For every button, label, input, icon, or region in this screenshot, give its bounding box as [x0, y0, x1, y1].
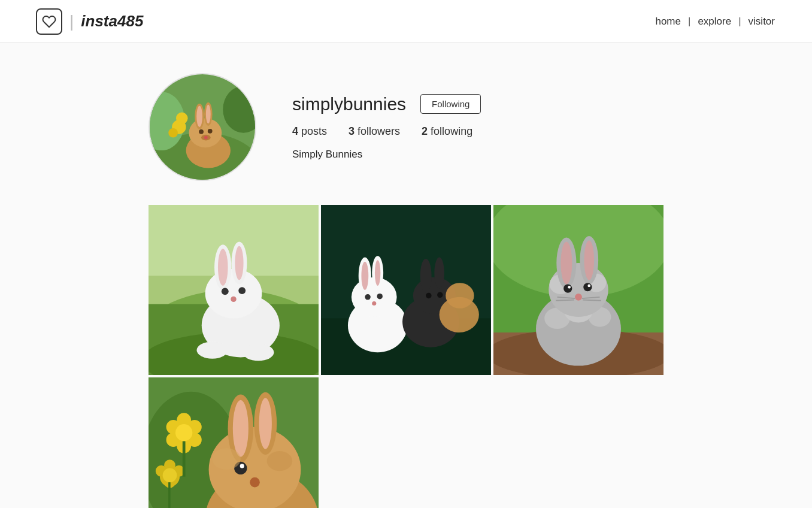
svg-point-73 [575, 294, 582, 301]
svg-point-71 [583, 283, 592, 291]
svg-point-28 [235, 246, 243, 280]
site-header: | insta485 home | explore | visitor [0, 0, 812, 43]
svg-point-11 [196, 106, 202, 127]
avatar [149, 73, 256, 181]
svg-point-106 [267, 451, 293, 471]
posts-grid [137, 205, 675, 508]
svg-point-101 [259, 398, 272, 449]
svg-point-30 [238, 287, 246, 294]
followers-count: 3 [349, 125, 355, 138]
following-count: 2 [422, 125, 428, 138]
svg-point-105 [213, 448, 241, 470]
svg-point-26 [218, 249, 228, 286]
bio: Simply Bunnies [292, 149, 481, 161]
username: simplybunnies [292, 94, 406, 114]
following-button[interactable]: Following [420, 94, 481, 114]
svg-point-72 [587, 285, 590, 288]
profile-info: simplybunnies Following 4 posts 3 follow… [292, 94, 481, 161]
svg-rect-95 [168, 482, 171, 508]
svg-point-99 [233, 400, 249, 457]
post-item[interactable] [149, 377, 319, 508]
svg-point-70 [568, 286, 571, 289]
nav-links: home | explore | visitor [654, 16, 776, 28]
profile-section: simplybunnies Following 4 posts 3 follow… [137, 73, 675, 181]
followers-label: followers [357, 125, 400, 138]
svg-point-31 [231, 297, 236, 302]
svg-point-42 [375, 260, 380, 286]
nav-visitor[interactable]: visitor [747, 16, 776, 28]
svg-point-66 [560, 242, 572, 285]
svg-point-51 [437, 292, 443, 298]
post-item[interactable] [149, 205, 319, 375]
logo-area: | insta485 [36, 8, 143, 35]
svg-point-13 [206, 105, 211, 123]
nav-explore[interactable]: explore [696, 16, 732, 28]
username-row: simplybunnies Following [292, 94, 481, 114]
logo-text: insta485 [81, 12, 143, 31]
svg-point-49 [434, 258, 444, 289]
posts-count: 4 [292, 125, 298, 138]
svg-point-53 [446, 283, 474, 309]
svg-point-40 [361, 262, 368, 290]
svg-point-93 [163, 468, 177, 482]
nav-sep-1: | [688, 16, 690, 28]
nav-sep-2: | [738, 16, 741, 28]
followers-stat: 3 followers [349, 125, 400, 138]
svg-point-87 [175, 424, 192, 441]
svg-line-77 [583, 300, 601, 301]
nav-home[interactable]: home [654, 16, 682, 28]
svg-point-68 [584, 240, 594, 280]
svg-point-103 [240, 464, 244, 468]
svg-point-43 [365, 294, 370, 300]
following-stat: 2 following [422, 125, 472, 138]
svg-point-69 [563, 285, 572, 293]
svg-point-17 [204, 136, 208, 140]
following-label: following [431, 125, 472, 138]
svg-point-33 [243, 344, 274, 361]
svg-point-104 [250, 477, 260, 488]
svg-point-32 [196, 341, 228, 358]
svg-point-6 [176, 113, 188, 125]
svg-point-14 [199, 129, 204, 134]
svg-point-29 [222, 288, 229, 295]
svg-rect-94 [183, 442, 186, 477]
svg-point-44 [377, 294, 382, 299]
posts-stat: 4 posts [292, 125, 327, 138]
stats-row: 4 posts 3 followers 2 following [292, 125, 481, 138]
svg-line-75 [556, 300, 574, 301]
post-item[interactable] [321, 205, 491, 375]
svg-point-45 [372, 301, 376, 306]
svg-point-48 [420, 259, 432, 293]
svg-point-50 [426, 293, 431, 298]
svg-point-15 [208, 129, 213, 134]
svg-point-7 [168, 128, 178, 138]
post-item[interactable] [493, 205, 663, 375]
posts-label: posts [301, 125, 327, 138]
logo-divider: | [69, 13, 74, 30]
svg-point-9 [189, 118, 222, 147]
logo-icon [36, 8, 62, 35]
